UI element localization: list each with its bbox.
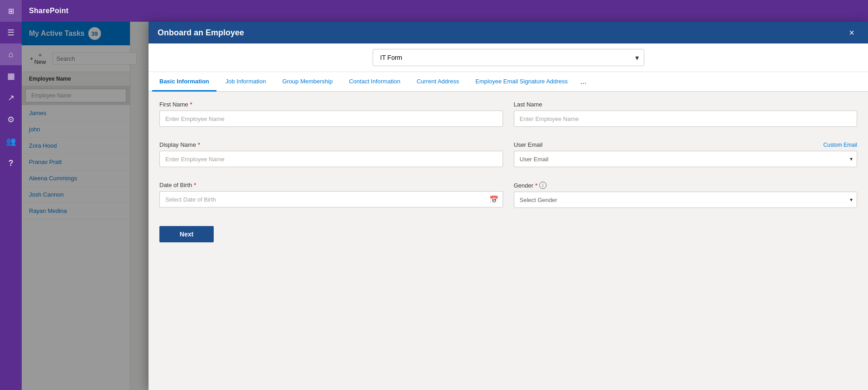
help-icon[interactable]: ? <box>0 152 22 174</box>
bar-chart-icon[interactable]: ▦ <box>0 65 22 87</box>
last-name-group: Last Name <box>514 101 858 127</box>
last-name-input[interactable] <box>514 111 858 127</box>
display-email-row: Display Name * User Email Custom Email <box>159 141 857 167</box>
people-icon[interactable]: 👥 <box>0 130 22 152</box>
line-chart-icon[interactable]: ↗ <box>0 87 22 109</box>
tab-job-information[interactable]: Job Information <box>218 72 273 91</box>
user-email-header: User Email Custom Email <box>514 141 858 148</box>
tab-more-button[interactable]: ... <box>577 72 590 91</box>
form-selector[interactable]: IT Form HR Form Finance Form <box>373 49 644 66</box>
nav-items: ☰ ⌂ ▦ ↗ ⚙ 👥 ? <box>0 22 22 390</box>
nav-header: ⊞ <box>0 0 22 22</box>
icon-nav: ⊞ ☰ ⌂ ▦ ↗ ⚙ 👥 ? <box>0 0 22 390</box>
display-name-label: Display Name * <box>159 141 503 148</box>
modal-title: Onboard an Employee <box>158 28 244 38</box>
tab-group-membership[interactable]: Group Membership <box>275 72 340 91</box>
menu-icon[interactable]: ☰ <box>0 22 22 43</box>
dob-gender-row: Date of Birth * 📅 Gender * <box>159 182 857 208</box>
modal-tabs: Basic Information Job Information Group … <box>149 72 868 92</box>
sp-header: SharePoint <box>22 0 868 22</box>
display-name-input[interactable] <box>159 151 503 167</box>
modal-overlay: Onboard an Employee × IT Form HR Form Fi… <box>22 22 868 390</box>
next-button[interactable]: Next <box>159 226 214 242</box>
tab-contact-information[interactable]: Contact Information <box>342 72 408 91</box>
first-name-input[interactable] <box>159 111 503 127</box>
modal: Onboard an Employee × IT Form HR Form Fi… <box>149 22 868 390</box>
tab-employee-email-signature[interactable]: Employee Email Signature Address <box>468 72 575 91</box>
form-selector-area: IT Form HR Form Finance Form ▾ <box>149 43 868 72</box>
tab-basic-information[interactable]: Basic Information <box>152 72 216 91</box>
display-name-group: Display Name * <box>159 141 503 167</box>
user-email-label: User Email <box>514 141 543 148</box>
first-name-group: First Name * <box>159 101 503 127</box>
date-of-birth-group: Date of Birth * 📅 <box>159 182 503 208</box>
form-body: First Name * Last Name <box>149 92 868 390</box>
date-of-birth-input[interactable] <box>159 191 503 207</box>
user-email-select-wrapper: User Email ▾ <box>514 151 858 167</box>
user-email-select[interactable]: User Email <box>514 151 858 167</box>
date-of-birth-wrapper: 📅 <box>159 191 503 207</box>
gender-info-icon[interactable]: i <box>539 182 547 189</box>
gender-label: Gender * i <box>514 182 858 189</box>
name-row: First Name * Last Name <box>159 101 857 127</box>
last-name-label: Last Name <box>514 101 858 108</box>
main-area: My Active Tasks 39 + + New Employee Name… <box>22 22 868 390</box>
form-selector-wrapper: IT Form HR Form Finance Form ▾ <box>373 49 644 66</box>
custom-email-link[interactable]: Custom Email <box>823 142 857 148</box>
settings-icon[interactable]: ⚙ <box>0 109 22 130</box>
first-name-label: First Name * <box>159 101 503 108</box>
gender-group: Gender * i Select Gender Male Female Non… <box>514 182 858 208</box>
tab-current-address[interactable]: Current Address <box>409 72 466 91</box>
date-of-birth-label: Date of Birth * <box>159 182 503 188</box>
gender-select[interactable]: Select Gender Male Female Non-binary Pre… <box>514 192 858 208</box>
app-title: SharePoint <box>29 7 68 15</box>
modal-close-button[interactable]: × <box>844 25 859 40</box>
home-icon[interactable]: ⌂ <box>0 43 22 65</box>
form-actions: Next <box>159 222 857 242</box>
grid-icon[interactable]: ⊞ <box>0 0 22 22</box>
gender-select-wrapper: Select Gender Male Female Non-binary Pre… <box>514 192 858 208</box>
modal-header: Onboard an Employee × <box>149 22 868 43</box>
user-email-group: User Email Custom Email User Email ▾ <box>514 141 858 167</box>
